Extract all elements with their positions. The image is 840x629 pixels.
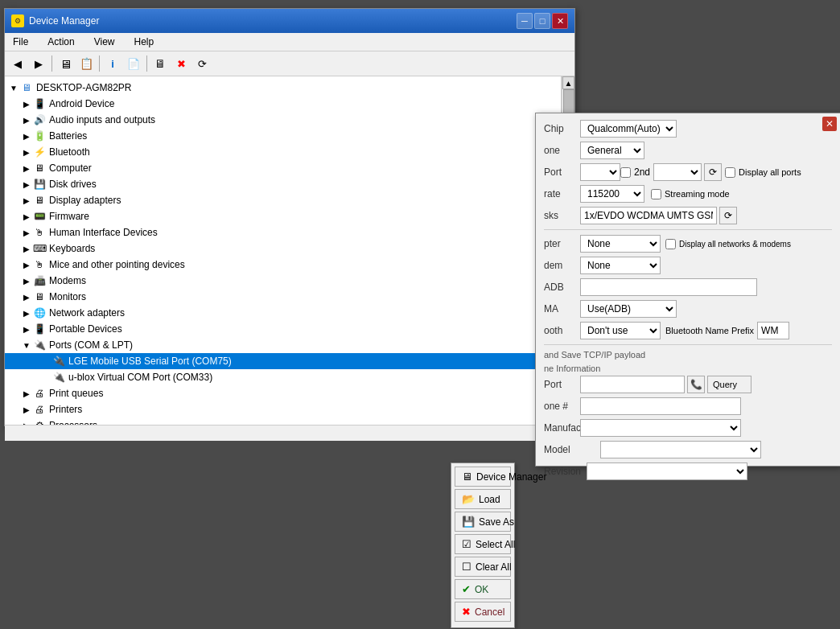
tree-item-batteries[interactable]: ▶ 🔋 Batteries — [5, 128, 561, 144]
ports-icon: 🔌 — [32, 338, 47, 352]
tree-item-android[interactable]: ▶ 📱 Android Device — [5, 96, 561, 112]
tree-item-firmware[interactable]: ▶ 📟 Firmware — [5, 208, 561, 224]
minimize-button[interactable]: ─ — [517, 13, 533, 29]
toggle[interactable]: ▶ — [21, 389, 32, 398]
toggle[interactable]: ▼ — [21, 341, 32, 350]
root-toggle[interactable]: ▼ — [8, 84, 19, 92]
save-as-button[interactable]: 💾 Save As — [455, 512, 511, 532]
tree-item-disk[interactable]: ▶ 💾 Disk drives — [5, 176, 561, 192]
properties-button[interactable]: 🖥 — [56, 54, 75, 73]
menu-action[interactable]: Action — [43, 35, 79, 49]
refresh-button[interactable]: ⟳ — [192, 54, 212, 73]
tree-item-computer[interactable]: ▶ 🖥 Computer — [5, 160, 561, 176]
tree-item-audio[interactable]: ▶ 🔊 Audio inputs and outputs — [5, 112, 561, 128]
ok-button[interactable]: ✔ OK — [455, 579, 511, 599]
ok-label: OK — [475, 584, 488, 595]
device-manager-action-button[interactable]: 🖥 Device Manager — [455, 467, 511, 487]
refresh-port-button[interactable]: ⟳ — [704, 163, 722, 181]
toggle[interactable]: ▶ — [21, 100, 32, 109]
toggle[interactable]: ▶ — [21, 405, 32, 414]
tree-item-portable[interactable]: ▶ 📱 Portable Devices — [5, 321, 561, 337]
sub-close-button[interactable]: ✕ — [822, 117, 837, 131]
query-button[interactable]: Query — [707, 376, 751, 393]
tree-item-display[interactable]: ▶ 🖥 Display adapters — [5, 192, 561, 208]
maximize-button[interactable]: □ — [534, 13, 550, 29]
display-networks-checkbox[interactable] — [665, 239, 676, 249]
toggle[interactable]: ▶ — [21, 116, 32, 125]
toggle[interactable]: ▶ — [21, 196, 32, 205]
tree-item-keyboards[interactable]: ▶ ⌨ Keyboards — [5, 240, 561, 257]
scroll-up-button[interactable]: ▲ — [562, 76, 574, 89]
toggle[interactable]: ▶ — [21, 421, 32, 426]
phone-num-input[interactable] — [580, 397, 741, 415]
tree-item-hid[interactable]: ▶ 🖱 Human Interface Devices — [5, 224, 561, 240]
tree-item-bluetooth[interactable]: ▶ ⚡ Bluetooth — [5, 144, 561, 160]
display-all-ports-checkbox[interactable] — [725, 167, 735, 178]
2nd-checkbox[interactable] — [620, 167, 631, 178]
port-info-row: Port 📞 Query — [544, 376, 832, 393]
tasks-icon-button[interactable]: ⟳ — [719, 207, 737, 224]
port-icon-button[interactable]: 📞 — [687, 376, 705, 393]
toggle[interactable]: ▶ — [21, 228, 32, 237]
modem-select[interactable]: None — [580, 257, 661, 274]
port-info-input[interactable] — [580, 376, 685, 393]
dma-select[interactable]: Use(ADB) — [580, 300, 677, 318]
tree-item-print-queues[interactable]: ▶ 🖨 Print queues — [5, 385, 561, 401]
remove-button[interactable]: ✖ — [171, 54, 191, 73]
cancel-button[interactable]: ✖ Cancel — [455, 602, 511, 622]
manufacture-select[interactable] — [580, 419, 741, 437]
revision-select[interactable] — [587, 462, 747, 480]
toggle[interactable]: ▶ — [21, 261, 32, 269]
close-button[interactable]: ✕ — [552, 13, 568, 29]
tooth-select[interactable]: Don't use — [580, 322, 661, 339]
toggle[interactable]: ▶ — [21, 245, 32, 253]
menu-view[interactable]: View — [89, 35, 120, 49]
tree-item-modems[interactable]: ▶ 📠 Modems — [5, 273, 561, 289]
toggle[interactable]: ▶ — [21, 325, 32, 334]
tree-item-ublox-port[interactable]: 🔌 u-blox Virtual COM Port (COM33) — [5, 369, 561, 385]
menu-file[interactable]: File — [8, 35, 33, 49]
load-button[interactable]: 📂 Load — [455, 489, 511, 509]
clear-all-button[interactable]: ☐ Clear All — [455, 557, 511, 577]
port-select[interactable] — [580, 163, 620, 181]
info-button[interactable]: i — [103, 54, 122, 73]
tree-item-processors[interactable]: ▶ ⚙ Processors — [5, 417, 561, 425]
rate-select[interactable]: 115200 — [580, 185, 644, 203]
tree-item-network[interactable]: ▶ 🌐 Network adapters — [5, 305, 561, 321]
adb-input[interactable] — [580, 278, 757, 296]
toggle[interactable]: ▶ — [21, 293, 32, 302]
monitor-button[interactable]: 🖥 — [150, 54, 170, 73]
scroll-thumb[interactable] — [563, 89, 574, 113]
clipboard-button[interactable]: 📋 — [76, 54, 96, 73]
2nd-select[interactable] — [653, 163, 702, 181]
chip-select[interactable]: Qualcomm(Auto) — [580, 120, 677, 138]
phone-num-row: one # — [544, 397, 832, 415]
streaming-checkbox[interactable] — [651, 189, 661, 199]
toggle[interactable]: ▶ — [21, 164, 32, 173]
doc-button[interactable]: 📄 — [124, 54, 143, 73]
phone-select[interactable]: General — [580, 142, 644, 159]
menu-help[interactable]: Help — [130, 35, 159, 49]
back-button[interactable]: ◀ — [8, 54, 27, 73]
toggle[interactable]: ▶ — [21, 277, 32, 286]
toggle[interactable]: ▶ — [21, 309, 32, 318]
toggle[interactable]: ▶ — [21, 180, 32, 189]
adapter-select[interactable]: None — [580, 235, 661, 253]
device-tree[interactable]: ▼ 🖥 DESKTOP-AGM82PR ▶ 📱 Android Device ▶… — [5, 76, 562, 425]
tree-item-monitors[interactable]: ▶ 🖥 Monitors — [5, 289, 561, 305]
toggle[interactable]: ▶ — [21, 148, 32, 157]
tree-item-printers[interactable]: ▶ 🖨 Printers — [5, 401, 561, 417]
tree-item-ports[interactable]: ▼ 🔌 Ports (COM & LPT) — [5, 337, 561, 353]
select-all-button[interactable]: ☑ Select All — [455, 534, 511, 554]
tree-item-lge-port[interactable]: 🔌 LGE Mobile USB Serial Port (COM75) — [5, 353, 561, 369]
forward-button[interactable]: ▶ — [29, 54, 48, 73]
battery-icon: 🔋 — [32, 129, 47, 143]
tasks-input[interactable] — [580, 207, 717, 224]
toggle[interactable]: ▶ — [21, 212, 32, 221]
model-select[interactable] — [600, 441, 761, 458]
bt-prefix-input[interactable] — [757, 322, 789, 339]
toggle[interactable]: ▶ — [21, 132, 32, 141]
tree-root[interactable]: ▼ 🖥 DESKTOP-AGM82PR — [5, 80, 561, 96]
tree-item-mice[interactable]: ▶ 🖱 Mice and other pointing devices — [5, 257, 561, 273]
modem-icon: 📠 — [32, 273, 47, 288]
